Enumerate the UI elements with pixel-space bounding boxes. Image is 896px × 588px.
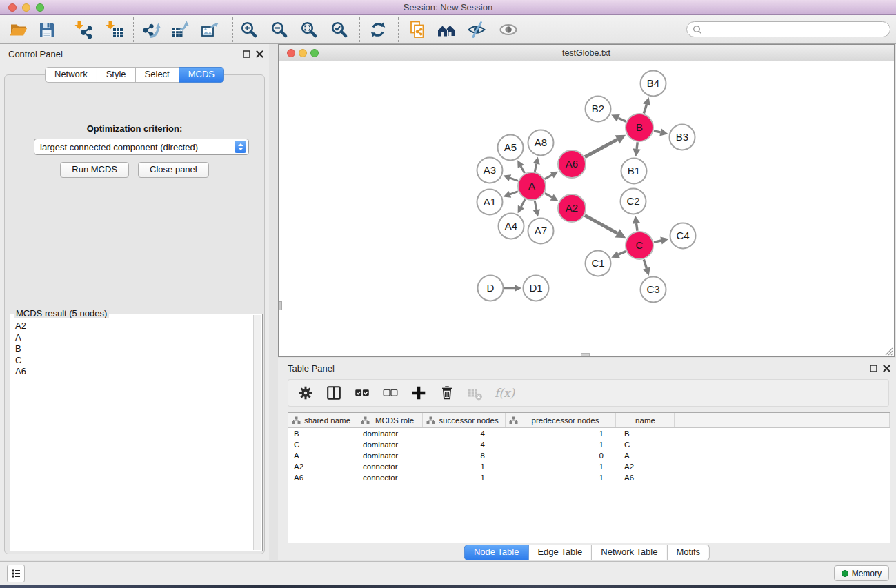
column-header-mcds-role[interactable]: MCDS role — [357, 413, 423, 427]
export-network-button[interactable] — [139, 18, 163, 41]
mcds-result-item[interactable]: B — [11, 343, 253, 355]
refresh-button[interactable] — [366, 18, 390, 41]
delete-column-button[interactable] — [438, 384, 456, 402]
tab-network[interactable]: Network — [45, 67, 97, 83]
graph-node-B[interactable]: B — [626, 114, 653, 141]
graph-edge-A-A3[interactable] — [510, 178, 518, 181]
home-button[interactable] — [435, 18, 459, 41]
export-image-button[interactable] — [198, 18, 221, 41]
show-all-button[interactable] — [497, 18, 520, 41]
tab-mcds[interactable]: MCDS — [179, 67, 224, 83]
table-row[interactable]: Bdominator41B — [288, 428, 890, 439]
table-cell[interactable]: connector — [357, 472, 423, 483]
graph-node-A2[interactable]: A2 — [558, 194, 586, 222]
table-cell[interactable]: B — [616, 428, 675, 439]
graph-node-A8[interactable]: A8 — [528, 130, 554, 156]
column-header-name[interactable]: name — [616, 413, 675, 427]
graph-edge-A2-C[interactable] — [585, 215, 617, 233]
tab-edge-table[interactable]: Edge Table — [528, 545, 592, 560]
graph-edge-A-A6[interactable] — [545, 175, 552, 179]
table-row[interactable]: Adominator80A — [288, 450, 890, 461]
mcds-result-item[interactable]: A6 — [11, 366, 253, 378]
column-header-predecessor-nodes[interactable]: predecessor nodes — [506, 413, 616, 427]
zoom-fit-button[interactable] — [297, 18, 321, 41]
add-column-button[interactable] — [410, 384, 428, 402]
graph-node-A3[interactable]: A3 — [477, 158, 503, 183]
table-cell[interactable]: A2 — [616, 461, 675, 472]
graph-edge-C-C2[interactable] — [636, 223, 637, 231]
close-panel-action-button[interactable]: Close panel — [138, 162, 209, 178]
float-panel-button[interactable] — [241, 49, 251, 59]
zoom-out-button[interactable] — [268, 18, 291, 41]
table-cell[interactable]: 8 — [423, 450, 506, 461]
table-cell[interactable]: A6 — [616, 472, 675, 483]
tab-motifs[interactable]: Motifs — [667, 545, 710, 560]
graph-node-A5[interactable]: A5 — [498, 135, 524, 161]
graph-node-A6[interactable]: A6 — [558, 150, 586, 178]
column-visibility-button[interactable] — [325, 384, 343, 402]
float-table-panel-button[interactable] — [868, 363, 878, 373]
tab-node-table[interactable]: Node Table — [464, 545, 529, 560]
graph-edge-A-A4[interactable] — [521, 199, 525, 207]
zoom-selected-button[interactable] — [328, 18, 351, 41]
table-cell[interactable]: A6 — [288, 472, 357, 483]
graph-node-B3[interactable]: B3 — [670, 125, 695, 150]
tab-select[interactable]: Select — [136, 67, 179, 83]
table-settings-button[interactable] — [297, 384, 315, 402]
graph-node-C[interactable]: C — [626, 232, 653, 259]
resize-grip[interactable] — [884, 346, 893, 356]
table-cell[interactable]: A — [288, 450, 357, 461]
table-row[interactable]: A2connector11A2 — [288, 461, 890, 472]
graph-node-A7[interactable]: A7 — [528, 219, 554, 244]
zoom-in-button[interactable] — [237, 18, 261, 41]
table-cell[interactable]: 4 — [423, 439, 506, 450]
table-cell[interactable]: 1 — [506, 472, 616, 483]
export-table-button[interactable] — [168, 18, 192, 41]
graph-edge-A-A2[interactable] — [545, 193, 552, 197]
panel-list-button[interactable] — [7, 565, 25, 582]
memory-button[interactable]: Memory — [834, 565, 889, 581]
graph-edge-A-A5[interactable] — [521, 166, 524, 173]
column-header-successor-nodes[interactable]: successor nodes — [423, 413, 506, 427]
mcds-result-item[interactable]: C — [11, 355, 253, 367]
table-cell[interactable]: C — [616, 439, 675, 450]
tab-network-table[interactable]: Network Table — [592, 545, 667, 560]
graph-edge-A-A7[interactable] — [535, 201, 537, 210]
graph-node-B4[interactable]: B4 — [641, 71, 666, 97]
run-mcds-button[interactable]: Run MCDS — [60, 162, 129, 178]
select-all-button[interactable] — [353, 384, 371, 402]
mcds-result-item[interactable]: A — [11, 332, 253, 344]
table-cell[interactable]: 0 — [506, 450, 616, 461]
scroll-thumb[interactable] — [279, 301, 282, 310]
open-session-button[interactable] — [7, 18, 30, 41]
graph-node-C1[interactable]: C1 — [586, 251, 611, 276]
mcds-result-item[interactable]: A2 — [11, 321, 253, 332]
import-table-button[interactable] — [103, 18, 126, 41]
scrollbar-track[interactable] — [253, 315, 261, 550]
graph-edge-C-C3[interactable] — [644, 260, 646, 269]
table-cell[interactable]: C — [288, 439, 357, 450]
deselect-all-button[interactable] — [381, 384, 399, 402]
graph-node-A1[interactable]: A1 — [477, 190, 503, 215]
table-cell[interactable]: 1 — [423, 472, 506, 483]
table-cell[interactable]: A — [616, 450, 675, 461]
table-row[interactable]: Cdominator41C — [288, 439, 890, 450]
table-cell[interactable]: dominator — [357, 450, 423, 461]
new-network-button[interactable] — [406, 18, 430, 41]
graph-edge-C-C1[interactable] — [619, 252, 626, 255]
table-cell[interactable]: 1 — [506, 461, 616, 472]
graph-edge-B-B1[interactable] — [637, 142, 637, 149]
scroll-thumb[interactable] — [581, 353, 590, 356]
graph-node-D[interactable]: D — [478, 276, 504, 301]
table-cell[interactable]: A2 — [288, 461, 357, 472]
graph-node-B2[interactable]: B2 — [586, 97, 611, 122]
graph-node-D1[interactable]: D1 — [524, 276, 549, 301]
table-cell[interactable]: 4 — [423, 428, 506, 439]
graph-node-C2[interactable]: C2 — [621, 189, 646, 214]
table-cell[interactable]: dominator — [357, 439, 423, 450]
table-row[interactable]: A6connector11A6 — [288, 472, 890, 483]
graph-node-A4[interactable]: A4 — [499, 214, 524, 239]
criterion-select[interactable]: largest connected component (directed) — [34, 139, 249, 155]
graph-edge-B-B3[interactable] — [654, 131, 661, 132]
column-header-shared-name[interactable]: shared name — [288, 413, 357, 427]
